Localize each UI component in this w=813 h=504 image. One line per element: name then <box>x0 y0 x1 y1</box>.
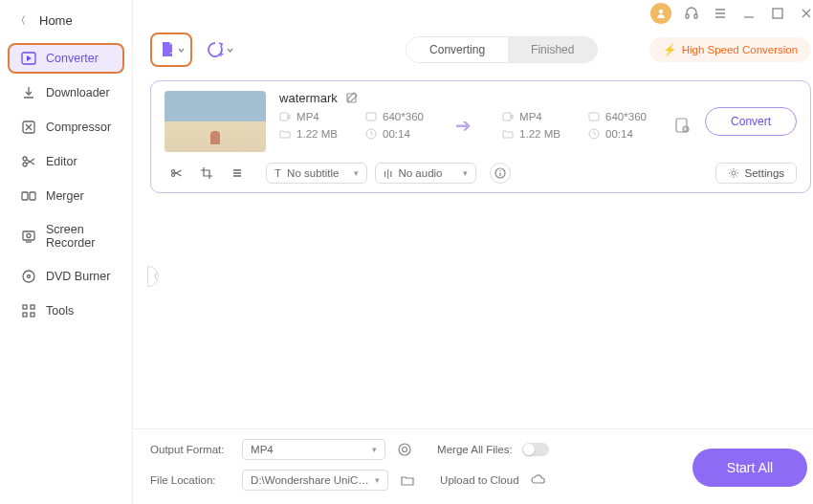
cloud-icon[interactable] <box>529 473 548 487</box>
svg-point-34 <box>399 444 410 455</box>
minimize-icon[interactable] <box>740 5 758 22</box>
chevron-down-icon <box>178 47 185 54</box>
close-icon[interactable] <box>798 5 813 22</box>
chevron-down-icon: ▾ <box>354 168 359 178</box>
svg-point-8 <box>23 271 34 282</box>
subtitle-value: No subtitle <box>287 167 339 179</box>
maximize-icon[interactable] <box>769 5 786 22</box>
sidebar-item-screen-recorder[interactable]: Screen Recorder <box>8 215 124 257</box>
svg-rect-6 <box>23 231 34 240</box>
svg-rect-17 <box>773 9 782 18</box>
svg-rect-11 <box>31 305 34 309</box>
sidebar-item-label: Editor <box>46 155 77 168</box>
svg-text:+: + <box>170 49 175 58</box>
svg-point-32 <box>732 171 736 175</box>
resolution-icon <box>365 111 377 122</box>
audio-select[interactable]: ı|ı No audio ▾ <box>375 163 476 184</box>
sidebar-item-label: Screen Recorder <box>46 223 111 250</box>
output-settings-button[interactable] <box>395 443 414 456</box>
file-plus-icon: + <box>159 41 176 58</box>
file-location-select[interactable]: D:\Wondershare UniConverter 1 ▾ <box>242 470 388 491</box>
audio-value: No audio <box>398 167 442 179</box>
svg-rect-21 <box>280 113 288 121</box>
sidebar-item-label: Downloader <box>46 86 110 99</box>
avatar[interactable] <box>650 3 671 24</box>
sidebar-item-compressor[interactable]: Compressor <box>8 112 124 142</box>
src-dur: 00:14 <box>383 128 410 140</box>
svg-rect-22 <box>366 113 376 121</box>
src-res: 640*360 <box>383 111 424 122</box>
menu-icon[interactable] <box>712 5 729 22</box>
info-button[interactable] <box>490 163 511 184</box>
crop-button[interactable] <box>195 162 218 185</box>
svg-point-14 <box>659 10 663 13</box>
bolt-icon: ⚡ <box>663 43 676 56</box>
folder-icon <box>279 128 291 140</box>
merge-toggle[interactable] <box>522 443 549 456</box>
svg-rect-5 <box>30 192 35 200</box>
home-label: Home <box>39 13 73 28</box>
folder-icon <box>502 128 514 140</box>
subtitle-select[interactable]: T No subtitle ▾ <box>266 163 367 184</box>
clock-icon <box>365 128 377 140</box>
home-nav[interactable]: 〈 Home <box>0 8 132 33</box>
sidebar-item-label: Tools <box>46 304 74 318</box>
src-size: 1.22 MB <box>297 128 338 140</box>
svg-rect-16 <box>694 14 697 18</box>
sidebar-item-tools[interactable]: Tools <box>8 296 124 326</box>
sidebar-item-downloader[interactable]: Downloader <box>8 77 124 108</box>
upload-label: Upload to Cloud <box>440 474 518 486</box>
settings-button[interactable]: Settings <box>715 163 798 184</box>
convert-button[interactable]: Convert <box>705 107 797 136</box>
clock-icon <box>588 128 600 140</box>
effects-button[interactable] <box>226 162 249 185</box>
converter-icon <box>21 51 36 66</box>
task-title: watermark <box>279 91 338 105</box>
svg-point-9 <box>28 275 31 278</box>
sidebar-item-editor[interactable]: Editor <box>8 146 124 177</box>
open-folder-button[interactable] <box>398 473 417 487</box>
trim-button[interactable] <box>165 162 187 185</box>
download-icon <box>21 85 36 100</box>
refresh-plus-icon: + <box>206 40 225 59</box>
svg-rect-10 <box>23 305 27 309</box>
add-url-button[interactable]: + <box>206 40 233 59</box>
sidebar-item-merger[interactable]: Merger <box>8 181 124 211</box>
tab-converting[interactable]: Converting <box>406 37 508 62</box>
tab-finished[interactable]: Finished <box>508 37 597 62</box>
dst-size: 1.22 MB <box>519 128 560 140</box>
svg-text:+: + <box>218 49 224 59</box>
src-format: MP4 <box>297 111 319 122</box>
high-speed-badge[interactable]: ⚡ High Speed Conversion <box>649 37 811 62</box>
svg-point-3 <box>23 163 27 166</box>
sidebar-item-dvd-burner[interactable]: DVD Burner <box>8 261 124 292</box>
add-file-button[interactable]: + <box>150 33 192 67</box>
subtitle-icon: T <box>275 167 281 179</box>
video-thumbnail[interactable] <box>165 91 266 152</box>
svg-point-2 <box>23 157 27 161</box>
audio-icon: ı|ı <box>384 167 392 179</box>
edit-icon[interactable] <box>345 92 359 105</box>
merge-label: Merge All Files: <box>437 444 513 455</box>
svg-rect-25 <box>589 113 599 121</box>
screen-recorder-icon <box>21 229 36 244</box>
dst-dur: 00:14 <box>605 128 633 140</box>
output-format-label: Output Format: <box>150 444 232 455</box>
file-location-label: File Location: <box>150 474 232 486</box>
headset-icon[interactable] <box>683 5 700 22</box>
dst-res: 640*360 <box>605 111 647 122</box>
output-format-select[interactable]: MP4 ▾ <box>242 439 385 460</box>
video-icon <box>502 111 514 122</box>
settings-label: Settings <box>745 167 785 179</box>
svg-point-7 <box>27 234 31 238</box>
output-settings-icon[interactable] <box>674 117 692 134</box>
sidebar-item-label: Converter <box>46 52 99 65</box>
dst-format: MP4 <box>519 111 542 122</box>
sidebar-item-converter[interactable]: Converter <box>8 43 124 74</box>
svg-point-29 <box>172 170 175 173</box>
sidebar-item-label: DVD Burner <box>46 270 110 283</box>
start-all-button[interactable]: Start All <box>692 449 807 487</box>
svg-rect-4 <box>22 192 28 200</box>
arrow-right-icon: ➔ <box>451 114 475 137</box>
sidebar-item-label: Compressor <box>46 121 111 134</box>
